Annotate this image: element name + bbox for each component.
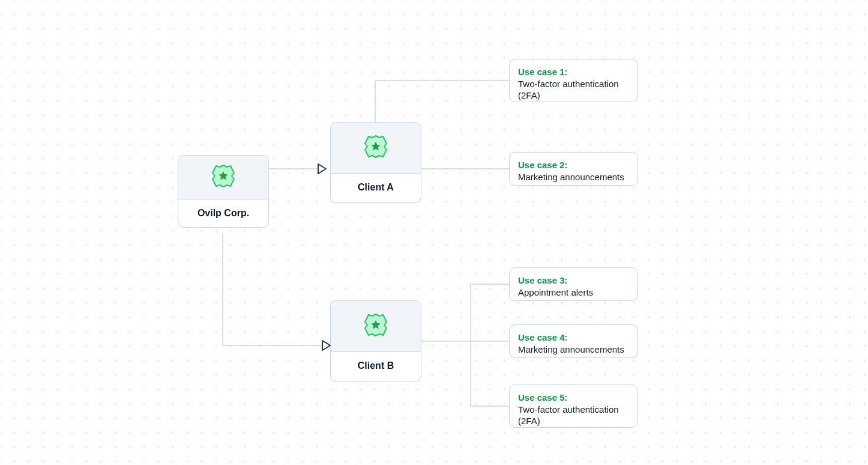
usecase-2-desc: Marketing announcements bbox=[518, 172, 629, 183]
svg-marker-0 bbox=[318, 164, 326, 174]
usecase-5-desc: Two-factor authentication (2FA) bbox=[518, 404, 629, 427]
node-client-a-icon-area bbox=[331, 123, 421, 174]
usecase-1-title: Use case 1: bbox=[518, 67, 629, 78]
node-root-icon-area bbox=[178, 156, 268, 199]
node-client-b[interactable]: Client B bbox=[330, 300, 421, 381]
usecase-2-title: Use case 2: bbox=[518, 160, 629, 171]
node-client-a[interactable]: Client A bbox=[330, 122, 421, 203]
usecase-4-desc: Marketing announcements bbox=[518, 344, 629, 356]
usecase-3-desc: Appointment alerts bbox=[518, 287, 629, 299]
node-root[interactable]: Ovilp Corp. bbox=[178, 155, 269, 228]
usecase-card-5[interactable]: Use case 5: Two-factor authentication (2… bbox=[509, 384, 638, 428]
usecase-card-4[interactable]: Use case 4: Marketing announcements bbox=[509, 324, 638, 358]
arrow-icon bbox=[318, 164, 328, 174]
usecase-card-1[interactable]: Use case 1: Two-factor authentication (2… bbox=[509, 59, 638, 102]
node-root-label: Ovilp Corp. bbox=[178, 199, 268, 227]
usecase-4-title: Use case 4: bbox=[518, 332, 629, 343]
node-client-a-label: Client A bbox=[331, 174, 421, 201]
verified-badge-icon bbox=[363, 312, 388, 340]
usecase-5-title: Use case 5: bbox=[518, 392, 629, 403]
node-client-b-label: Client B bbox=[331, 352, 421, 380]
verified-badge-icon bbox=[211, 163, 236, 191]
svg-marker-1 bbox=[322, 341, 330, 350]
usecase-card-2[interactable]: Use case 2: Marketing announcements bbox=[509, 152, 638, 186]
usecase-card-3[interactable]: Use case 3: Appointment alerts bbox=[509, 267, 638, 301]
diagram-canvas: Ovilp Corp. Client A bbox=[0, 0, 868, 465]
usecase-1-desc: Two-factor authentication (2FA) bbox=[518, 79, 629, 102]
node-client-b-icon-area bbox=[331, 301, 421, 352]
arrow-icon bbox=[322, 341, 332, 350]
verified-badge-icon bbox=[363, 134, 388, 162]
connector-lines bbox=[0, 0, 868, 465]
usecase-3-title: Use case 3: bbox=[518, 275, 629, 286]
